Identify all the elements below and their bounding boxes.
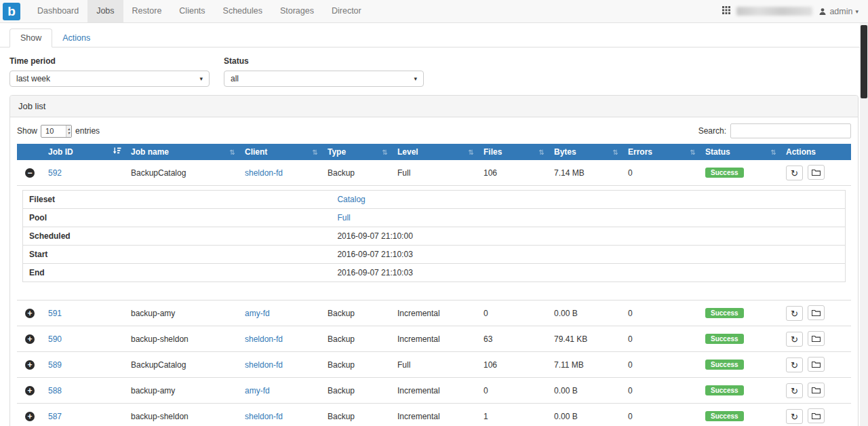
collapse-row-button[interactable]: −: [25, 168, 35, 178]
col-errors[interactable]: Errors⇅: [623, 144, 700, 160]
job-id-link[interactable]: 590: [48, 334, 62, 344]
job-level-cell: Full: [392, 160, 478, 186]
nav-item-jobs[interactable]: Jobs: [87, 0, 123, 22]
job-id-link[interactable]: 591: [48, 309, 62, 318]
job-detail-link[interactable]: Catalog: [337, 195, 365, 204]
nav-item-director[interactable]: Director: [323, 0, 370, 22]
nav-item-storages[interactable]: Storages: [271, 0, 323, 22]
tab-show[interactable]: Show: [9, 28, 52, 47]
status-badge: Success: [705, 308, 744, 318]
search-input[interactable]: [730, 123, 851, 138]
sort-active-icon: [113, 147, 121, 157]
expand-row-button[interactable]: +: [25, 309, 35, 318]
api-host-selector[interactable]: [736, 7, 812, 16]
restart-job-button[interactable]: ↻: [786, 166, 803, 180]
restart-job-button[interactable]: ↻: [786, 409, 803, 424]
col-label: Actions: [786, 147, 816, 157]
job-errors-cell: 0: [623, 301, 700, 326]
col-bytes[interactable]: Bytes⇅: [549, 144, 623, 160]
job-bytes-cell: 79.41 KB: [549, 326, 623, 352]
page-tabs: Show Actions: [0, 23, 868, 47]
restart-job-button[interactable]: ↻: [786, 332, 803, 347]
scrollbar-thumb[interactable]: [861, 25, 867, 98]
time-period-filter: Time period last week ▾: [9, 56, 210, 87]
nav-item-dashboard[interactable]: Dashboard: [28, 0, 87, 22]
job-list-panel: Job list Show 10 ▴▾ entries Search:: [9, 95, 859, 426]
vertical-scrollbar[interactable]: [860, 23, 868, 426]
chevron-down-icon: ▾: [855, 8, 859, 15]
expand-row-button[interactable]: +: [25, 334, 35, 344]
user-icon: [818, 7, 827, 16]
restart-job-button[interactable]: ↻: [786, 383, 803, 398]
time-period-value: last week: [16, 74, 50, 83]
col-actions: Actions: [781, 144, 851, 160]
navbar-right: admin ▾: [722, 0, 868, 22]
job-files-button[interactable]: [808, 331, 825, 346]
col-label: Level: [397, 147, 418, 157]
expand-row-button[interactable]: +: [25, 386, 35, 395]
status-select[interactable]: all ▾: [224, 71, 424, 87]
status-badge: Success: [705, 360, 744, 370]
nav-item-clients[interactable]: Clients: [170, 0, 214, 22]
job-bytes-cell: 0.00 B: [549, 404, 623, 426]
col-label: Type: [328, 147, 346, 157]
client-link[interactable]: amy-fd: [245, 309, 270, 318]
job-files-button[interactable]: [808, 305, 825, 320]
baculum-logo[interactable]: b: [3, 3, 20, 20]
job-files-button[interactable]: [808, 383, 825, 398]
job-id-link[interactable]: 588: [48, 386, 62, 395]
col-type[interactable]: Type⇅: [322, 144, 392, 160]
job-id-link[interactable]: 589: [48, 360, 62, 370]
col-client[interactable]: Client⇅: [239, 144, 322, 160]
entries-select[interactable]: 10 ▴▾: [41, 125, 72, 138]
col-status[interactable]: Status⇅: [700, 144, 781, 160]
user-menu[interactable]: admin ▾: [818, 7, 859, 16]
job-name-cell: backup-sheldon: [125, 404, 239, 426]
job-files-cell: 0: [478, 301, 549, 326]
job-detail-link[interactable]: Full: [337, 213, 350, 222]
job-level-cell: Full: [392, 352, 478, 378]
expand-row-button[interactable]: +: [25, 412, 35, 421]
job-files-cell: 106: [478, 352, 549, 378]
client-link[interactable]: sheldon-fd: [245, 168, 283, 178]
restart-job-button[interactable]: ↻: [786, 306, 803, 321]
col-job-id[interactable]: Job ID: [43, 144, 125, 160]
job-files-cell: 106: [478, 160, 549, 186]
job-detail-row: Fileset Catalog: [23, 191, 846, 209]
job-files-cell: 0: [478, 378, 549, 404]
restart-icon: ↻: [791, 412, 798, 421]
job-name-cell: backup-amy: [125, 378, 239, 404]
nav-item-restore[interactable]: Restore: [123, 0, 171, 22]
job-filters: Time period last week ▾ Status all ▾: [0, 47, 868, 95]
show-label: Show: [17, 126, 37, 136]
col-level[interactable]: Level⇅: [392, 144, 478, 160]
sort-icon: ⇅: [313, 149, 318, 156]
col-label: Errors: [628, 147, 652, 157]
col-files[interactable]: Files⇅: [478, 144, 549, 160]
client-link[interactable]: amy-fd: [245, 386, 270, 395]
tab-actions[interactable]: Actions: [52, 29, 100, 47]
client-link[interactable]: sheldon-fd: [245, 334, 283, 344]
col-job-name[interactable]: Job name⇅: [125, 144, 239, 160]
job-name-cell: BackupCatalog: [125, 352, 239, 378]
job-level-cell: Incremental: [392, 326, 478, 352]
client-link[interactable]: sheldon-fd: [245, 360, 283, 370]
folder-icon: [812, 309, 821, 317]
restart-icon: ↻: [791, 335, 798, 344]
job-files-button[interactable]: [808, 408, 825, 423]
restart-job-button[interactable]: ↻: [786, 357, 803, 372]
job-files-button[interactable]: [808, 357, 825, 372]
job-id-link[interactable]: 592: [48, 168, 62, 178]
col-label: Client: [245, 147, 267, 157]
nav-item-schedules[interactable]: Schedules: [214, 0, 271, 22]
job-bytes-cell: 7.14 MB: [549, 160, 623, 186]
job-files-button[interactable]: [808, 165, 825, 180]
time-period-select[interactable]: last week ▾: [9, 71, 210, 87]
expand-row-button[interactable]: +: [25, 360, 35, 370]
job-detail-label: Scheduled: [23, 227, 332, 246]
job-type-cell: Backup: [322, 301, 392, 326]
job-id-link[interactable]: 587: [48, 412, 62, 421]
spinner-arrows-icon: ▴▾: [66, 125, 71, 137]
job-name-cell: backup-sheldon: [125, 326, 239, 352]
client-link[interactable]: sheldon-fd: [245, 412, 283, 421]
